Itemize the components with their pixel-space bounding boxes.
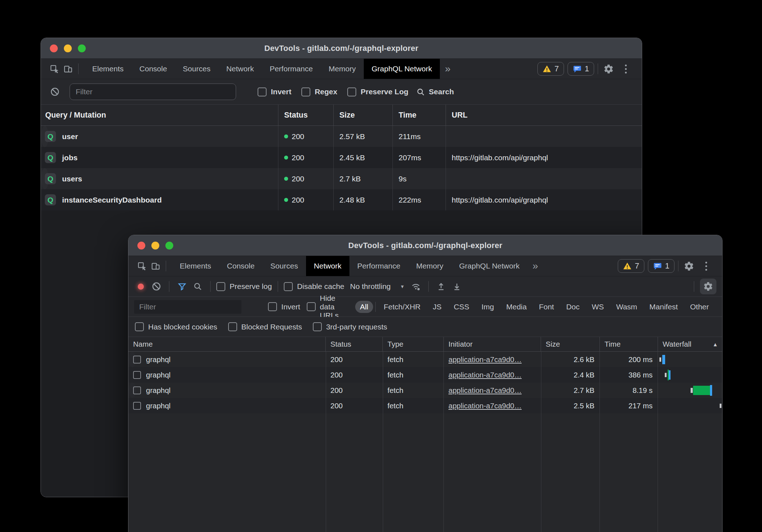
- filter-chip-css[interactable]: CSS: [449, 301, 474, 313]
- minimize-button[interactable]: [151, 242, 159, 250]
- hide-data-urls-checkbox[interactable]: Hide data URLs: [307, 294, 349, 320]
- column-header-url[interactable]: URL: [446, 105, 642, 125]
- tab-console[interactable]: Console: [219, 256, 263, 276]
- initiator-link[interactable]: application-a7ca9d0…: [448, 355, 522, 364]
- filter-chip-fetch-xhr[interactable]: Fetch/XHR: [379, 301, 425, 313]
- network-request-row[interactable]: graphql200fetchapplication-a7ca9d0…2.6 k…: [128, 352, 136, 367]
- column-header-time[interactable]: Time: [600, 337, 658, 351]
- clear-icon[interactable]: [48, 85, 62, 99]
- settings-gear-icon[interactable]: [602, 62, 615, 76]
- query-name-cell: Qusers: [41, 168, 278, 189]
- graphql-request-row[interactable]: Qjobs2002.45 kB207mshttps://gitlab.com/a…: [41, 147, 642, 168]
- invert-checkbox[interactable]: Invert: [258, 87, 291, 96]
- invert-checkbox[interactable]: Invert: [268, 302, 300, 311]
- request-checkbox[interactable]: [133, 386, 141, 394]
- network-request-row[interactable]: graphql200fetchapplication-a7ca9d0…2.5 k…: [128, 398, 722, 413]
- graphql-request-row[interactable]: Quser2002.57 kB211mshttps://gitlab.com/a…: [41, 126, 49, 147]
- column-header-size[interactable]: Size: [334, 105, 393, 125]
- request-checkbox[interactable]: [133, 356, 141, 364]
- 3rd-party-requests-checkbox[interactable]: 3rd-party requests: [313, 322, 387, 331]
- initiator-link[interactable]: application-a7ca9d0…: [448, 371, 522, 379]
- filter-funnel-icon[interactable]: [175, 280, 189, 293]
- request-checkbox[interactable]: [133, 402, 141, 410]
- messages-badge[interactable]: 1: [648, 259, 674, 273]
- tab-memory[interactable]: Memory: [408, 256, 451, 276]
- tab-elements[interactable]: Elements: [84, 59, 132, 79]
- device-toolbar-icon[interactable]: [149, 259, 162, 273]
- more-tabs-icon[interactable]: »: [527, 261, 543, 271]
- titlebar[interactable]: DevTools - gitlab.com/-/graphql-explorer: [128, 235, 722, 256]
- filter-chip-ws[interactable]: WS: [587, 301, 609, 313]
- graphql-request-row[interactable]: QinstanceSecurityDashboard2002.48 kB222m…: [41, 189, 642, 210]
- search-control[interactable]: Search: [416, 87, 454, 96]
- tab-graphql-network[interactable]: GraphQL Network: [364, 59, 440, 79]
- more-options-icon[interactable]: [696, 259, 716, 273]
- filter-chip-wasm[interactable]: Wasm: [611, 301, 642, 313]
- filter-chip-all[interactable]: All: [355, 301, 373, 313]
- preserve-log-checkbox[interactable]: Preserve log: [216, 282, 272, 291]
- tab-sources[interactable]: Sources: [175, 59, 218, 79]
- network-request-row[interactable]: graphql200fetchapplication-a7ca9d0…2.4 k…: [128, 367, 722, 383]
- column-header-initiator[interactable]: Initiator: [444, 337, 541, 351]
- filter-chip-media[interactable]: Media: [502, 301, 531, 313]
- tab-elements[interactable]: Elements: [172, 256, 219, 276]
- inspect-element-icon[interactable]: [47, 62, 61, 76]
- filter-chip-img[interactable]: Img: [477, 301, 499, 313]
- export-har-icon[interactable]: [450, 280, 464, 293]
- tab-graphql-network[interactable]: GraphQL Network: [451, 256, 527, 276]
- column-header-waterfall[interactable]: Waterfall▲: [658, 337, 722, 351]
- search-icon[interactable]: [191, 280, 204, 293]
- messages-badge[interactable]: 1: [568, 62, 594, 76]
- column-header-name[interactable]: Name: [128, 337, 326, 351]
- has-blocked-cookies-checkbox[interactable]: Has blocked cookies: [135, 322, 217, 331]
- filter-input[interactable]: [134, 300, 241, 314]
- filter-chip-other[interactable]: Other: [685, 301, 714, 313]
- filter-input[interactable]: [70, 84, 236, 100]
- tab-network[interactable]: Network: [218, 59, 262, 79]
- close-button[interactable]: [137, 242, 145, 250]
- graphql-request-row[interactable]: Qusers2002.7 kB9shttps://gitlab.com/api/…: [41, 168, 49, 189]
- network-settings-gear-icon[interactable]: [700, 279, 716, 294]
- initiator-link[interactable]: application-a7ca9d0…: [448, 386, 522, 395]
- column-header-size[interactable]: Size: [541, 337, 600, 351]
- blocked-requests-checkbox[interactable]: Blocked Requests: [228, 322, 302, 331]
- close-button[interactable]: [50, 44, 58, 52]
- filter-chip-manifest[interactable]: Manifest: [645, 301, 682, 313]
- filter-chip-js[interactable]: JS: [428, 301, 446, 313]
- preserve-log-checkbox[interactable]: Preserve Log: [347, 87, 408, 96]
- tab-performance[interactable]: Performance: [262, 59, 321, 79]
- column-header-type[interactable]: Type: [383, 337, 444, 351]
- more-options-icon[interactable]: [615, 62, 636, 76]
- settings-gear-icon[interactable]: [682, 259, 696, 273]
- column-header-query-mutation[interactable]: Query / Mutation: [41, 105, 278, 125]
- maximize-button[interactable]: [78, 44, 86, 52]
- inspect-element-icon[interactable]: [135, 259, 149, 273]
- network-conditions-icon[interactable]: [409, 280, 423, 293]
- column-header-time[interactable]: Time: [393, 105, 446, 125]
- import-har-icon[interactable]: [434, 280, 448, 293]
- filter-chip-font[interactable]: Font: [534, 301, 559, 313]
- tab-sources[interactable]: Sources: [263, 256, 306, 276]
- request-checkbox[interactable]: [133, 371, 141, 379]
- column-header-status[interactable]: Status: [326, 337, 383, 351]
- minimize-button[interactable]: [64, 44, 72, 52]
- titlebar[interactable]: DevTools - gitlab.com/-/graphql-explorer: [41, 38, 642, 59]
- network-request-row[interactable]: graphql200fetchapplication-a7ca9d0…2.7 k…: [128, 383, 136, 398]
- maximize-button[interactable]: [165, 242, 173, 250]
- device-toolbar-icon[interactable]: [61, 62, 75, 76]
- disable-cache-checkbox[interactable]: Disable cache: [284, 282, 344, 291]
- regex-checkbox[interactable]: Regex: [301, 87, 337, 96]
- more-tabs-icon[interactable]: »: [440, 64, 456, 74]
- tab-memory[interactable]: Memory: [321, 59, 364, 79]
- filter-chip-doc[interactable]: Doc: [561, 301, 584, 313]
- clear-icon[interactable]: [150, 280, 163, 293]
- column-header-status[interactable]: Status: [278, 105, 334, 125]
- warnings-badge[interactable]: 7: [537, 62, 564, 76]
- tab-console[interactable]: Console: [132, 59, 175, 79]
- warnings-badge[interactable]: 7: [618, 259, 644, 273]
- tab-performance[interactable]: Performance: [349, 256, 408, 276]
- initiator-link[interactable]: application-a7ca9d0…: [448, 402, 522, 410]
- throttling-dropdown[interactable]: No throttling ▼: [347, 282, 407, 291]
- tab-network[interactable]: Network: [306, 256, 349, 276]
- record-network-log-button[interactable]: [138, 284, 144, 290]
